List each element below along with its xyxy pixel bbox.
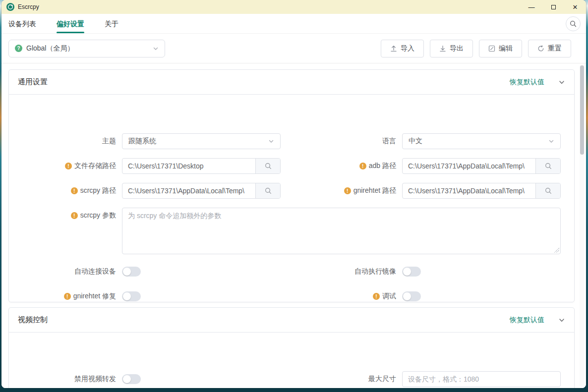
edit-button[interactable]: 编辑	[479, 40, 522, 57]
upload-icon	[390, 45, 397, 52]
close-button[interactable]: ✕	[564, 0, 586, 14]
debug-label: ! 调试	[285, 288, 396, 304]
form-row: 禁用视频转发 最大尺寸	[9, 371, 574, 387]
max-size-label: 最大尺寸	[285, 371, 396, 387]
edit-icon	[488, 45, 495, 52]
tab-about-label: 关于	[105, 20, 118, 29]
app-window: Escrcpy — ✕ 设备列表 偏好设置 关于 ? Global（全局）	[1, 0, 586, 388]
reset-button[interactable]: 重置	[528, 40, 571, 57]
import-button-label: 导入	[401, 44, 414, 53]
info-icon: !	[64, 293, 71, 300]
search-icon	[265, 187, 272, 194]
scrcpy-path-input[interactable]	[122, 183, 255, 198]
theme-select[interactable]: 跟随系统	[122, 133, 281, 149]
window-title: Escrcpy	[18, 3, 39, 10]
gnirehtet-fix-field	[122, 288, 281, 304]
video-control-title: 视频控制	[18, 315, 48, 325]
disable-video-label: 禁用视频转发	[9, 371, 116, 387]
form-row: ! scrcpy 路径	[9, 183, 574, 199]
search-icon	[545, 163, 552, 169]
language-select-value: 中文	[409, 137, 422, 146]
info-icon: !	[344, 187, 351, 194]
maximize-button[interactable]	[542, 0, 564, 14]
disable-video-toggle[interactable]	[122, 374, 141, 384]
info-icon: !	[65, 163, 72, 169]
tab-device-list-label: 设备列表	[8, 20, 36, 29]
file-path-input[interactable]	[122, 159, 255, 173]
file-path-browse-button[interactable]	[255, 159, 280, 173]
toggle-knob	[123, 268, 131, 276]
collapse-chevron-icon[interactable]	[558, 79, 565, 86]
debug-toggle[interactable]	[402, 291, 421, 301]
chevron-down-icon	[153, 46, 159, 52]
auto-mirror-toggle[interactable]	[402, 267, 421, 277]
auto-mirror-field	[402, 264, 561, 280]
tab-device-list[interactable]: 设备列表	[8, 14, 36, 33]
form-row: ! scrcpy 参数	[9, 208, 574, 254]
auto-mirror-label-text: 自动执行镜像	[354, 267, 396, 276]
scrcpy-path-label-text: scrcpy 路径	[80, 186, 116, 195]
auto-connect-toggle[interactable]	[122, 267, 141, 277]
adb-path-input[interactable]	[403, 159, 535, 173]
tab-preferences-label: 偏好设置	[57, 20, 84, 29]
form-row: ! gnirehtet 修复 ! 调试	[9, 288, 574, 304]
tab-about[interactable]: 关于	[105, 14, 118, 33]
scope-help-icon: ?	[15, 45, 22, 52]
toggle-knob	[403, 292, 411, 300]
video-restore-defaults-link[interactable]: 恢复默认值	[510, 316, 544, 325]
auto-mirror-label: 自动执行镜像	[285, 264, 396, 280]
form-row: 自动连接设备 自动执行镜像	[9, 264, 574, 280]
theme-label-text: 主题	[102, 137, 116, 146]
max-size-field	[402, 371, 561, 387]
gnirehtet-path-input[interactable]	[403, 183, 535, 198]
refresh-icon	[537, 45, 544, 52]
debug-label-text: 调试	[382, 292, 396, 301]
vertical-scrollbar[interactable]	[580, 64, 584, 387]
info-icon: !	[71, 212, 78, 219]
scrcpy-args-label: ! scrcpy 参数	[9, 208, 116, 224]
file-path-label: ! 文件存储路径	[9, 158, 116, 174]
gnirehtet-fix-label-text: gnirehtet 修复	[73, 292, 116, 301]
toggle-knob	[123, 292, 131, 300]
gnirehtet-path-field	[402, 183, 561, 199]
max-size-input[interactable]	[403, 372, 560, 387]
edit-button-label: 编辑	[499, 44, 513, 53]
scrcpy-args-textarea[interactable]	[122, 208, 561, 254]
search-button[interactable]	[566, 16, 581, 31]
window-controls: — ✕	[521, 0, 586, 14]
search-icon	[265, 163, 272, 169]
gnirehtet-path-label-text: gnirehtet 路径	[353, 186, 396, 195]
tab-preferences[interactable]: 偏好设置	[57, 14, 84, 33]
scrcpy-path-browse-button[interactable]	[255, 183, 280, 198]
file-path-label-text: 文件存储路径	[74, 162, 116, 170]
info-icon: !	[359, 163, 366, 169]
gnirehtet-path-browse-button[interactable]	[535, 183, 560, 198]
general-settings-card: 通用设置 恢复默认值 主题 跟随系统	[8, 69, 575, 302]
search-icon	[545, 187, 552, 194]
scope-select[interactable]: ? Global（全局）	[8, 40, 165, 57]
gnirehtet-fix-toggle[interactable]	[122, 291, 141, 301]
minimize-button[interactable]: —	[521, 0, 542, 14]
toggle-knob	[123, 375, 131, 383]
preferences-toolbar: ? Global（全局） 导入 导出	[1, 34, 586, 63]
gnirehtet-path-label: ! gnirehtet 路径	[285, 183, 396, 199]
language-select[interactable]: 中文	[402, 133, 561, 149]
app-logo-icon	[6, 3, 14, 11]
theme-select-value: 跟随系统	[128, 137, 156, 146]
maximize-icon	[551, 5, 556, 9]
disable-video-label-text: 禁用视频转发	[74, 375, 116, 384]
scrcpy-args-field	[122, 208, 561, 254]
general-restore-defaults-link[interactable]: 恢复默认值	[510, 78, 544, 87]
info-icon: !	[373, 293, 380, 300]
adb-path-label: ! adb 路径	[285, 158, 396, 174]
adb-path-browse-button[interactable]	[535, 159, 560, 173]
general-settings-title: 通用设置	[18, 77, 48, 87]
collapse-chevron-icon[interactable]	[558, 317, 565, 324]
scrollbar-thumb[interactable]	[580, 65, 584, 155]
export-button[interactable]: 导出	[430, 40, 473, 57]
scope-select-value: Global（全局）	[26, 44, 74, 53]
export-button-label: 导出	[450, 44, 464, 53]
debug-field	[402, 288, 561, 304]
info-icon: !	[71, 187, 78, 194]
import-button[interactable]: 导入	[381, 40, 424, 57]
